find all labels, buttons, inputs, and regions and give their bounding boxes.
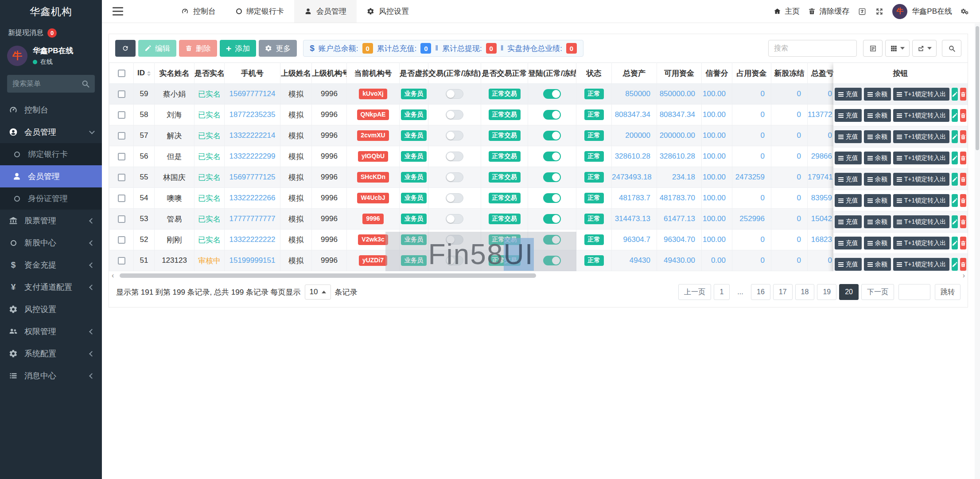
row-action-button-1[interactable]: 余额	[864, 88, 891, 101]
row-action-button-0[interactable]: 充值	[835, 237, 862, 249]
sidebar-item-6[interactable]: 风控设置	[0, 298, 102, 320]
edit-row-button[interactable]	[952, 173, 958, 186]
columns-button[interactable]	[885, 40, 910, 57]
page-button-1[interactable]: 1	[714, 284, 730, 300]
delete-row-button[interactable]	[960, 173, 966, 186]
row-action-button-0[interactable]: 充值	[835, 258, 862, 271]
clear-cache-link[interactable]: 清除缓存	[808, 6, 849, 16]
export-button[interactable]	[912, 40, 937, 57]
scroll-right-icon[interactable]: ›	[963, 272, 965, 279]
sidebar-item-3[interactable]: 新股中心	[0, 232, 102, 254]
page-button-4[interactable]: 17	[773, 284, 793, 300]
cell-phone-link[interactable]: 18772235235	[225, 105, 280, 125]
sidebar-subitem-1-2[interactable]: 身份证管理	[0, 187, 102, 210]
trade-toggle[interactable]	[446, 110, 463, 120]
edit-row-button[interactable]	[952, 237, 958, 249]
row-action-button-0[interactable]: 充值	[835, 130, 862, 143]
table-search-input[interactable]	[768, 40, 857, 57]
sidebar-item-4[interactable]: $ 资金充提	[0, 254, 102, 276]
menu-toggle-icon[interactable]	[113, 7, 123, 16]
row-action-button-0[interactable]: 充值	[835, 194, 862, 207]
delete-row-button[interactable]	[960, 130, 966, 143]
fullscreen-icon[interactable]	[875, 7, 884, 16]
trade-toggle[interactable]	[446, 193, 463, 203]
delete-row-button[interactable]	[960, 109, 966, 122]
edit-row-button[interactable]	[952, 194, 958, 207]
column-header-1[interactable]: 实名姓名	[155, 63, 194, 84]
add-button[interactable]: +添加	[220, 40, 256, 57]
trade-toggle[interactable]	[446, 152, 463, 161]
login-toggle[interactable]	[543, 89, 561, 99]
edit-row-button[interactable]	[952, 109, 958, 122]
sidebar-item-5[interactable]: ¥ 支付通道配置	[0, 276, 102, 298]
cell-phone-link[interactable]: 17777777777	[225, 209, 280, 230]
page-size-select[interactable]: 10	[305, 284, 331, 300]
edit-button[interactable]: 编辑	[138, 40, 176, 57]
tab-2-active[interactable]: 会员管理	[294, 0, 357, 23]
row-action-button-2[interactable]: T+1锁定转入出	[893, 173, 950, 186]
column-header-5[interactable]: 上级机构号	[312, 63, 347, 84]
trade-toggle[interactable]	[446, 256, 463, 265]
horizontal-scrollbar[interactable]: ‹ ›	[109, 272, 968, 280]
trade-toggle[interactable]	[446, 235, 463, 245]
login-toggle[interactable]	[543, 235, 561, 245]
row-action-button-2[interactable]: T+1锁定转入出	[893, 258, 950, 271]
row-action-button-1[interactable]: 余额	[864, 194, 891, 207]
edit-row-button[interactable]	[952, 215, 958, 228]
login-toggle[interactable]	[543, 172, 561, 182]
scrollbar-thumb[interactable]	[120, 273, 536, 278]
cell-phone-link[interactable]: 13322222299	[225, 146, 280, 167]
row-action-button-0[interactable]: 充值	[835, 152, 862, 164]
delete-row-button[interactable]	[960, 258, 966, 271]
column-header-10[interactable]: 登陆(正常/冻结)	[528, 63, 576, 84]
cell-phone-link[interactable]: 15697777125	[225, 167, 280, 188]
vertical-scrollbar-thumb[interactable]	[976, 26, 979, 150]
column-header-2[interactable]: 是否实名	[194, 63, 225, 84]
sidebar-item-7[interactable]: 权限管理	[0, 320, 102, 343]
row-action-button-2[interactable]: T+1锁定转入出	[893, 215, 950, 228]
sidebar-item-9[interactable]: 消息中心	[0, 365, 102, 387]
column-header-13[interactable]: 可用资金	[657, 63, 702, 84]
column-header-15[interactable]: 占用资金	[732, 63, 771, 84]
sidebar-item-8[interactable]: 系统配置	[0, 343, 102, 365]
page-button-3[interactable]: 16	[751, 284, 770, 300]
page-button-active[interactable]: 20	[839, 284, 859, 300]
page-button-6[interactable]: 19	[817, 284, 836, 300]
column-header-9[interactable]: 是否交易正常	[481, 63, 528, 84]
cell-phone-link[interactable]: 15697777124	[225, 84, 280, 105]
row-checkbox[interactable]	[118, 257, 125, 265]
row-checkbox[interactable]	[118, 174, 125, 181]
row-action-button-1[interactable]: 余额	[864, 130, 891, 143]
page-jump-input[interactable]	[898, 284, 930, 300]
page-button-2[interactable]: ...	[732, 284, 748, 300]
login-toggle[interactable]	[543, 214, 561, 224]
more-button[interactable]: 更多	[259, 40, 297, 57]
row-checkbox[interactable]	[118, 132, 125, 140]
column-header-0[interactable]: ID	[134, 63, 155, 84]
column-header-11[interactable]: 状态	[576, 63, 612, 84]
row-action-button-2[interactable]: T+1锁定转入出	[893, 152, 950, 164]
edit-row-button[interactable]	[952, 88, 958, 101]
delete-row-button[interactable]	[960, 215, 966, 228]
cell-phone-link[interactable]: 15199999151	[225, 250, 280, 271]
select-all-checkbox[interactable]	[118, 70, 125, 77]
login-toggle[interactable]	[543, 193, 561, 203]
sort-icon[interactable]	[147, 71, 151, 76]
row-action-button-2[interactable]: T+1锁定转入出	[893, 88, 950, 101]
vertical-scrollbar[interactable]	[975, 23, 980, 479]
row-action-button-0[interactable]: 充值	[835, 215, 862, 228]
edit-row-button[interactable]	[952, 258, 958, 271]
row-checkbox[interactable]	[118, 111, 125, 119]
sidebar-subitem-1-1-active[interactable]: 会员管理	[0, 165, 102, 187]
page-button-5[interactable]: 18	[795, 284, 815, 300]
column-header-7[interactable]: 是否虚拟	[400, 63, 428, 84]
column-header-12[interactable]: 总资产	[612, 63, 657, 84]
trade-toggle[interactable]	[446, 214, 463, 224]
sidebar-subitem-1-0[interactable]: 绑定银行卡	[0, 143, 102, 165]
row-action-button-1[interactable]: 余额	[864, 109, 891, 122]
login-toggle[interactable]	[543, 131, 561, 140]
delete-row-button[interactable]	[960, 194, 966, 207]
home-link[interactable]: 主页	[774, 6, 800, 16]
row-checkbox[interactable]	[118, 153, 125, 160]
row-checkbox[interactable]	[118, 215, 125, 223]
